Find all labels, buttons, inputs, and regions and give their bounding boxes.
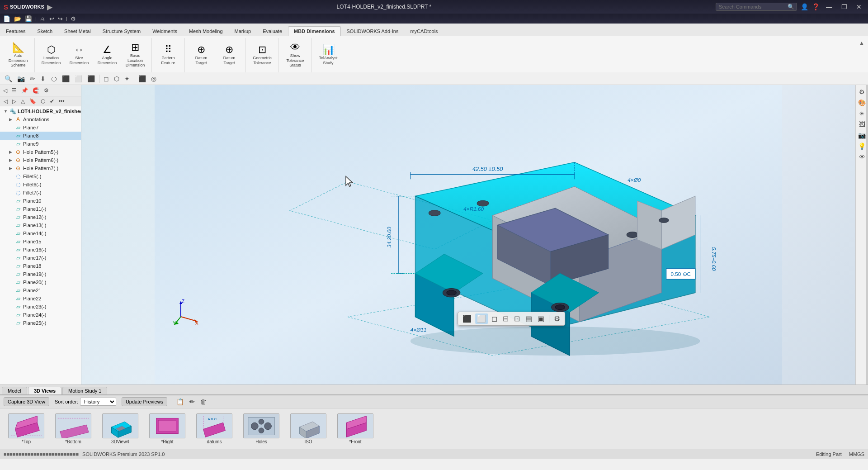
sidebar-tb-magnet[interactable]: 🧲	[31, 86, 41, 95]
minimize-button[interactable]: —	[823, 2, 835, 11]
bottom-btn-1[interactable]: 📋	[175, 397, 186, 406]
view-thumb-right[interactable]: *Right	[145, 412, 190, 446]
tree-plane18[interactable]: ▱ Plane18	[0, 262, 81, 270]
tree-plane10[interactable]: ▱ Plane10	[0, 197, 81, 205]
user-icon[interactable]: 👤	[801, 3, 808, 10]
tab-evaluate[interactable]: Evaluate	[257, 26, 288, 36]
view-thumb-datums[interactable]: A B C datums	[192, 412, 237, 446]
options-btn[interactable]: ⚙	[69, 15, 77, 23]
tab-structure[interactable]: Structure System	[97, 26, 146, 36]
bottom-btn-3[interactable]: 🗑	[198, 397, 208, 406]
tab-mesh[interactable]: Mesh Modeling	[183, 26, 229, 36]
sidebar-tb2-back[interactable]: ◁	[2, 97, 9, 105]
mini-tb-section[interactable]: ⊡	[512, 313, 522, 324]
location-dim-btn[interactable]: ⬡ Location Dimension	[38, 44, 65, 66]
vt-btn-6[interactable]: ⬛	[60, 74, 71, 83]
tree-plane23[interactable]: ▱ Plane23(-)	[0, 303, 81, 311]
mini-tb-cam[interactable]: ▣	[536, 313, 546, 324]
vt-btn-1[interactable]: 🔍	[3, 74, 14, 83]
view-thumb-front[interactable]: *Front	[333, 412, 378, 446]
rt-scene-btn[interactable]: ☀	[858, 109, 866, 119]
vt-btn-10[interactable]: ⬡	[112, 74, 121, 83]
tree-plane11[interactable]: ▱ Plane11(-)	[0, 205, 81, 213]
print-btn[interactable]: 🖨	[38, 15, 47, 23]
angle-dim-btn[interactable]: ∠ Angle Dimension	[94, 44, 121, 66]
tree-plane22[interactable]: ▱ Plane22	[0, 294, 81, 303]
tolanalyst-btn[interactable]: 📊 TolAnalyst Study	[315, 44, 342, 66]
mini-tb-settings-btn[interactable]: ⚙	[552, 313, 562, 324]
tree-plane7[interactable]: ▱ Plane7	[0, 123, 81, 132]
rt-decals-btn[interactable]: 🖼	[858, 119, 867, 129]
vt-btn-5[interactable]: ⭯	[49, 74, 59, 83]
rt-appearance-btn[interactable]: 🎨	[857, 98, 867, 108]
sidebar-tb2-check[interactable]: ✔	[48, 97, 56, 105]
sidebar-tb-settings[interactable]: ⚙	[42, 86, 51, 95]
save-btn[interactable]: 💾	[24, 15, 33, 23]
vt-btn-8[interactable]: ⬛	[85, 74, 97, 83]
tree-plane15[interactable]: ▱ Plane15	[0, 237, 81, 246]
mini-tb-wireframe[interactable]: ◻	[490, 313, 499, 324]
datum-target2-btn[interactable]: ⊕ Datum Target	[216, 44, 243, 66]
restore-button[interactable]: ❐	[839, 2, 850, 11]
auto-dimension-btn[interactable]: 📐 Auto Dimension Scheme	[5, 42, 32, 69]
vt-btn-4[interactable]: ⬇	[38, 74, 47, 83]
vt-btn-3[interactable]: ✏	[28, 74, 37, 83]
undo-btn[interactable]: ↩	[48, 15, 56, 23]
tree-plane12[interactable]: ▱ Plane12(-)	[0, 213, 81, 221]
expand-hp5[interactable]: ▶	[9, 150, 14, 154]
vt-btn-7[interactable]: ⬜	[73, 74, 84, 83]
sidebar-tb2-dot[interactable]: •••	[57, 97, 66, 105]
tree-fillet6[interactable]: ◌ Fillet6(-)	[0, 180, 81, 189]
view-thumb-iso[interactable]: ISO	[286, 412, 331, 446]
redo-btn[interactable]: ↪	[57, 15, 64, 23]
sidebar-tb2-filter[interactable]: ⬡	[39, 97, 47, 105]
sidebar-tb-arrow-left[interactable]: ◁	[1, 86, 9, 95]
pattern-feature-btn[interactable]: ⠿ Pattern Feature	[155, 44, 182, 66]
sort-select[interactable]: History Custom	[80, 398, 116, 406]
tree-fillet7[interactable]: ◌ Fillet7(-)	[0, 189, 81, 197]
tab-features[interactable]: Features	[0, 26, 31, 36]
view-thumb-bottom[interactable]: *Bottom	[51, 412, 96, 446]
tree-plane19[interactable]: ▱ Plane19(-)	[0, 270, 81, 278]
tab-solidworks-addins[interactable]: SOLIDWORKS Add-Ins	[341, 26, 405, 36]
tree-plane20[interactable]: ▱ Plane20(-)	[0, 278, 81, 286]
tree-plane21[interactable]: ▱ Plane21	[0, 286, 81, 294]
sidebar-tb2-mark[interactable]: 🔖	[28, 97, 38, 105]
rt-camera-btn[interactable]: 📷	[857, 130, 867, 140]
tab-3d-views[interactable]: 3D Views	[28, 387, 61, 394]
tab-sketch[interactable]: Sketch	[31, 26, 58, 36]
tab-mbd[interactable]: MBD Dimensions	[288, 26, 340, 36]
sidebar-tb2-fwd[interactable]: ▷	[10, 97, 18, 105]
open-btn[interactable]: 📂	[13, 15, 23, 23]
tree-hole-pattern6[interactable]: ▶ ⊙ Hole Pattern6(-)	[0, 156, 81, 164]
mini-tb-shading2[interactable]: ⬜	[475, 313, 488, 324]
view-thumb-top[interactable]: *Top	[4, 412, 49, 446]
help-icon[interactable]: ❓	[812, 3, 820, 10]
show-tol-btn[interactable]: 👁 Show Tolerance Status	[282, 42, 309, 69]
rt-lights-btn[interactable]: 💡	[857, 141, 867, 151]
tab-markup[interactable]: Markup	[229, 26, 257, 36]
view-thumb-3dview4[interactable]: 3DView4	[98, 412, 143, 446]
tree-hole-pattern7[interactable]: ▶ ⊙ Hole Pattern7(-)	[0, 164, 81, 172]
tab-motion-study[interactable]: Motion Study 1	[62, 387, 107, 394]
tree-annotations[interactable]: ▶ A Annotations	[0, 115, 81, 123]
tab-weldments[interactable]: Weldments	[146, 26, 183, 36]
rt-settings-btn[interactable]: ⚙	[858, 87, 866, 97]
size-dim-btn[interactable]: ↔ Size Dimension	[66, 44, 93, 66]
tree-plane14[interactable]: ▱ Plane14(-)	[0, 229, 81, 237]
mini-tb-hidden[interactable]: ⊟	[501, 313, 510, 324]
tab-sheet-metal[interactable]: Sheet Metal	[58, 26, 97, 36]
capture-3d-view-btn[interactable]: Capture 3D View	[4, 397, 49, 406]
vt-btn-12[interactable]: ⬛	[137, 74, 148, 83]
geometric-tol-btn[interactable]: ⊡ Geometric Tolerance	[249, 44, 276, 66]
view-thumb-holes[interactable]: Holes	[239, 412, 284, 446]
tree-root[interactable]: ▼ 🔩 LOT4-HOLDER_v2_finished<Schem	[0, 107, 81, 115]
datum-target-btn[interactable]: ⊕ Datum Target	[188, 44, 215, 66]
search-input[interactable]	[716, 3, 797, 11]
bottom-btn-2[interactable]: ✏	[188, 397, 197, 406]
basic-loc-dim-btn[interactable]: ⊞ Basic Location Dimension	[122, 42, 149, 69]
tree-plane25[interactable]: ▱ Plane25(-)	[0, 319, 81, 327]
tree-plane17[interactable]: ▱ Plane17(-)	[0, 254, 81, 262]
tab-model[interactable]: Model	[2, 387, 27, 394]
vt-btn-13[interactable]: ◎	[149, 74, 158, 83]
